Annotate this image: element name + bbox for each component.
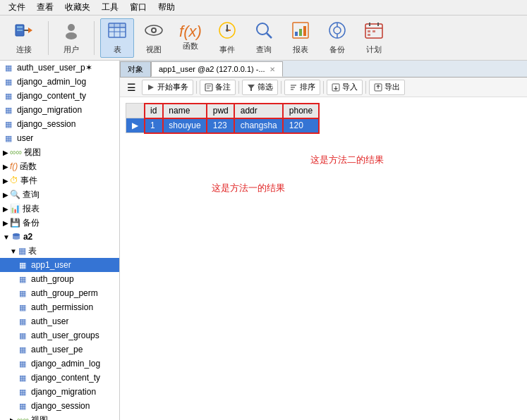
- sidebar-section-query1[interactable]: ▶ 🔍 查询: [0, 187, 119, 202]
- sidebar-section-backup1[interactable]: ▶ 💾 备份: [0, 216, 119, 230]
- sidebar-section-event1[interactable]: ▶ ⏱ 事件: [0, 173, 119, 187]
- toolbar-event[interactable]: 事件: [210, 18, 244, 58]
- col-header-pwd[interactable]: pwd: [207, 104, 234, 118]
- table-icon: ▦: [17, 259, 28, 271]
- func-icon: f(): [10, 161, 18, 171]
- sidebar-section-view1[interactable]: ▶ ∞∞ 视图: [0, 145, 119, 159]
- sidebar-subsection-table[interactable]: ▼ ▦ 表: [0, 244, 119, 258]
- sort-button[interactable]: 排序: [284, 80, 320, 95]
- svg-point-5: [68, 24, 75, 31]
- sidebar-item-django-content-ty1[interactable]: ▦ django_content_ty: [0, 89, 119, 103]
- toolbar-table-label: 表: [114, 44, 121, 55]
- cell-name[interactable]: shouyue: [163, 118, 207, 133]
- sidebar-item-auth-group[interactable]: ▦ auth_group: [0, 272, 119, 286]
- table-row[interactable]: ▶ 1 shouyue 123 changsha 120: [126, 118, 319, 133]
- cell-pwd[interactable]: 123: [207, 118, 234, 133]
- sidebar-item-app1-user[interactable]: ▦ app1_user: [0, 258, 119, 272]
- row-arrow-icon: ▶: [132, 121, 138, 130]
- table-icon: ▦: [3, 90, 14, 101]
- menu-favorites[interactable]: 收藏夹: [59, 0, 96, 15]
- toolbar-sep-2: [94, 21, 95, 55]
- sidebar-item-auth-user-groups[interactable]: ▦ auth_user_groups: [0, 328, 119, 342]
- toolbar-func[interactable]: f(x) 函数: [174, 18, 207, 58]
- content-area: 对象 app1_user @a2 (127.0.0.1) -... ✕ ☰ 开始…: [120, 61, 527, 420]
- cell-id[interactable]: 1: [145, 118, 163, 133]
- func-icon: f(x): [179, 24, 202, 39]
- col-header-id[interactable]: id: [145, 104, 163, 118]
- sort-label: 排序: [300, 82, 315, 92]
- svg-rect-25: [303, 26, 306, 36]
- menu-view[interactable]: 查看: [31, 0, 59, 15]
- grid-table: id name pwd addr phone ▶ 1 shouyue 1: [126, 103, 319, 133]
- sidebar-item-django-admin-log1[interactable]: ▦ django_admin_log: [0, 75, 119, 89]
- sidebar-item-user1[interactable]: ▦ user: [0, 131, 119, 145]
- sidebar-item-django-migration1[interactable]: ▦ django_migration: [0, 103, 119, 117]
- menu-file[interactable]: 文件: [3, 0, 31, 15]
- table-icon: ▦: [17, 330, 28, 341]
- toolbar-event-label: 事件: [219, 44, 235, 55]
- tab-close-icon[interactable]: ✕: [269, 66, 275, 73]
- hamburger-icon[interactable]: ☰: [124, 80, 139, 94]
- tab-object[interactable]: 对象: [120, 61, 151, 77]
- sidebar-section-view2[interactable]: ▶ ∞∞ 视图: [0, 413, 119, 420]
- begin-tx-button[interactable]: 开始事务: [142, 80, 193, 95]
- sidebar-item-auth-user-user-p[interactable]: ▦ auth_user_user_p✶: [0, 61, 119, 75]
- sidebar-section-func1[interactable]: ▶ f() 函数: [0, 159, 119, 173]
- sidebar-item-django-session1[interactable]: ▦ django_session: [0, 117, 119, 131]
- sidebar-item-auth-user-pe[interactable]: ▦ auth_user_pe: [0, 342, 119, 357]
- svg-rect-39: [205, 84, 212, 91]
- table-icon: ▦: [18, 246, 26, 256]
- svg-marker-51: [376, 85, 380, 87]
- tab-app1user[interactable]: app1_user @a2 (127.0.0.1) -... ✕: [151, 61, 283, 77]
- event-icon: [217, 20, 237, 43]
- sidebar-item-auth-user[interactable]: ▦ auth_user: [0, 314, 119, 328]
- db-icon: [11, 232, 21, 242]
- toolbar-user[interactable]: 用户: [54, 18, 88, 58]
- sidebar-item-django-admin-log2[interactable]: ▦ django_admin_log: [0, 357, 119, 371]
- sidebar-item-django-migration2[interactable]: ▦ django_migration: [0, 385, 119, 399]
- col-header-phone[interactable]: phone: [283, 104, 318, 118]
- toolbar-sep: [323, 81, 324, 94]
- note-button[interactable]: 备注: [200, 80, 236, 95]
- filter-button[interactable]: 筛选: [242, 80, 278, 95]
- toolbar-report[interactable]: 报表: [284, 18, 317, 58]
- note-label: 备注: [215, 82, 231, 92]
- db-label: a2: [23, 232, 32, 242]
- sidebar-item-django-content-ty2[interactable]: ▦ django_content_ty: [0, 371, 119, 385]
- sidebar-item-auth-permission[interactable]: ▦ auth_permission: [0, 300, 119, 314]
- svg-point-20: [257, 23, 268, 35]
- toolbar-schedule[interactable]: 计划: [357, 18, 391, 58]
- svg-point-19: [226, 29, 229, 32]
- menu-help[interactable]: 帮助: [152, 0, 181, 15]
- sidebar-db-a2[interactable]: ▼ a2: [0, 230, 119, 244]
- menu-window[interactable]: 窗口: [124, 0, 152, 15]
- col-header-name[interactable]: name: [163, 104, 207, 118]
- cell-addr[interactable]: changsha: [234, 118, 283, 133]
- sidebar-item-django-session2[interactable]: ▦ django_session: [0, 399, 119, 413]
- cell-phone[interactable]: 120: [283, 118, 318, 133]
- col-header-addr[interactable]: addr: [234, 104, 283, 118]
- toolbar-backup[interactable]: 备份: [320, 18, 354, 58]
- svg-marker-42: [248, 85, 255, 91]
- sidebar-item-label: django_admin_log: [17, 77, 86, 87]
- expand-icon: ▼: [10, 247, 17, 255]
- toolbar-connect[interactable]: 连接: [6, 18, 42, 58]
- section-label: 函数: [20, 161, 37, 173]
- main-area: ▦ auth_user_user_p✶ ▦ django_admin_log ▦…: [0, 61, 527, 420]
- sidebar-section-report1[interactable]: ▶ 📊 报表: [0, 202, 119, 216]
- sidebar-item-label: django_admin_log: [31, 359, 100, 369]
- toolbar-table[interactable]: 表: [100, 18, 134, 58]
- expand-icon: ▶: [3, 177, 8, 185]
- svg-rect-35: [372, 30, 375, 32]
- menu-tools[interactable]: 工具: [96, 0, 124, 15]
- import-button[interactable]: 导入: [327, 80, 363, 95]
- toolbar-query[interactable]: 查询: [247, 18, 281, 58]
- report-icon: 📊: [10, 204, 20, 214]
- svg-rect-2: [17, 30, 23, 31]
- toolbar-view[interactable]: 视图: [137, 18, 171, 58]
- sidebar-item-auth-group-perm[interactable]: ▦ auth_group_perm: [0, 286, 119, 300]
- table-icon: ▦: [17, 358, 28, 369]
- export-button[interactable]: 导出: [369, 80, 405, 95]
- toolbar-user-label: 用户: [63, 44, 79, 55]
- view-icon: [144, 20, 164, 43]
